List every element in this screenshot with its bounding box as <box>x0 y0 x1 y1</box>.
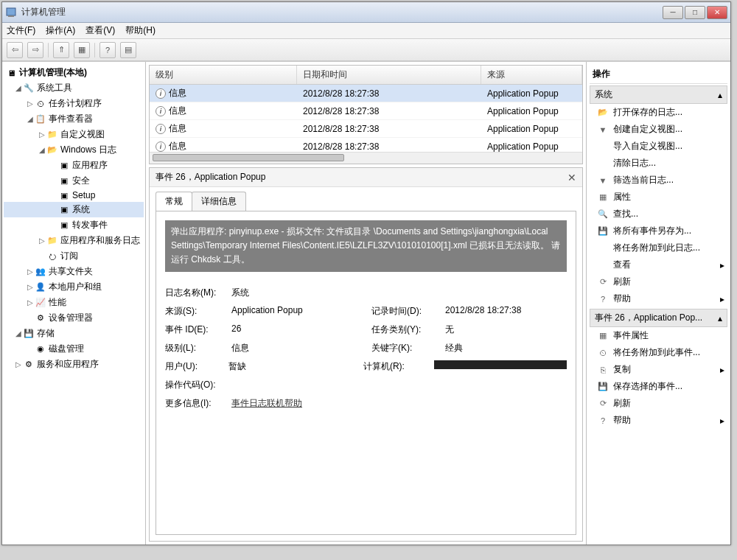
more-info-link[interactable]: 事件日志联机帮助 <box>231 397 371 410</box>
col-level[interactable]: 级别 <box>150 66 297 84</box>
log-name-label: 日志名称(M): <box>165 287 231 299</box>
app-icon <box>5 7 17 18</box>
action-create-custom-view[interactable]: ▼创建自定义视图... <box>590 121 727 138</box>
event-message[interactable]: 弹出应用程序: pinyinup.exe - 损坏文件: 文件或目录 \Docu… <box>165 220 567 272</box>
expand-icon[interactable]: ▷ <box>38 130 46 139</box>
tree-performance[interactable]: ▷📈性能 <box>4 295 144 310</box>
share-icon: 👥 <box>35 267 46 277</box>
minimize-button[interactable]: ─ <box>663 6 683 19</box>
expand-icon[interactable]: ▷ <box>26 283 35 291</box>
find-icon: 🔍 <box>597 209 609 220</box>
collapse-icon[interactable]: ◢ <box>38 146 46 154</box>
show-hide-tree-button[interactable]: ▦ <box>74 42 90 58</box>
action-save-selected[interactable]: 💾保存选择的事件... <box>590 378 727 395</box>
action-filter-log[interactable]: ▼筛选当前日志... <box>590 172 727 189</box>
actions-section-system[interactable]: 系统▴ <box>590 85 727 104</box>
tree-application-log[interactable]: ▣应用程序 <box>4 158 144 173</box>
log-name-value: 系统 <box>231 287 371 299</box>
tree-security-log[interactable]: ▣安全 <box>4 173 144 189</box>
filter-icon: ▼ <box>597 175 609 186</box>
menu-file[interactable]: 文件(F) <box>7 24 35 37</box>
menu-help[interactable]: 帮助(H) <box>125 24 156 37</box>
action-copy[interactable]: ⎘复制▸ <box>590 361 727 378</box>
col-source[interactable]: 来源 <box>481 66 582 84</box>
action-help-2[interactable]: ?帮助▸ <box>590 412 727 429</box>
tree-shared-folders[interactable]: ▷👥共享文件夹 <box>4 264 144 279</box>
action-save-all-events[interactable]: 💾将所有事件另存为... <box>590 223 727 239</box>
action-view[interactable]: 查看▸ <box>590 256 727 273</box>
action-clear-log[interactable]: 清除日志... <box>590 155 727 172</box>
tree-event-viewer[interactable]: ◢📋事件查看器 <box>4 111 144 127</box>
menu-view[interactable]: 查看(V) <box>85 24 115 37</box>
tree-system-tools[interactable]: ◢🔧系统工具 <box>4 80 144 96</box>
folder-icon: 📂 <box>46 145 58 155</box>
tree-custom-views[interactable]: ▷📁自定义视图 <box>4 127 144 142</box>
scrollbar-thumb[interactable] <box>153 154 344 161</box>
action-refresh[interactable]: ⟳刷新 <box>590 273 727 290</box>
action-properties[interactable]: ▦属性 <box>590 189 727 206</box>
action-refresh-2[interactable]: ⟳刷新 <box>590 395 727 412</box>
log-icon: ▣ <box>58 176 70 186</box>
detail-titlebar: 事件 26，Application Popup ✕ <box>150 168 582 187</box>
window-title: 计算机管理 <box>21 6 663 18</box>
back-button[interactable]: ⇦ <box>7 42 23 58</box>
expand-icon[interactable]: ▷ <box>26 298 35 307</box>
col-datetime[interactable]: 日期和时间 <box>297 66 481 84</box>
separator <box>48 43 49 57</box>
collapse-icon[interactable]: ◢ <box>14 329 23 337</box>
grid-header: 级别 日期和时间 来源 <box>150 66 582 85</box>
menu-action[interactable]: 操作(A) <box>46 24 75 37</box>
event-grid: 级别 日期和时间 来源 i信息2012/8/28 18:27:38Applica… <box>149 65 583 164</box>
event-id-label: 事件 ID(E): <box>165 323 231 336</box>
action-import-custom-view[interactable]: 导入自定义视图... <box>590 138 727 155</box>
properties-icon: ▦ <box>597 330 609 342</box>
clock-icon: ⏲ <box>35 99 46 109</box>
expand-icon[interactable]: ▷ <box>14 360 23 368</box>
tree-setup-log[interactable]: ▣Setup <box>4 189 144 202</box>
close-detail-button[interactable]: ✕ <box>567 172 576 183</box>
grid-row[interactable]: i信息2012/8/28 18:27:38Application Popup <box>150 138 582 152</box>
tree-services-apps[interactable]: ▷⚙服务和应用程序 <box>4 357 144 372</box>
folder-icon: 📁 <box>46 236 58 246</box>
action-attach-task-log[interactable]: 将任务附加到此日志... <box>590 239 727 256</box>
action-event-properties[interactable]: ▦事件属性 <box>590 327 727 344</box>
device-icon: ⚙ <box>35 313 46 323</box>
tree-system-log[interactable]: ▣系统 <box>4 202 144 217</box>
expand-icon[interactable]: ▷ <box>38 237 46 245</box>
maximize-button[interactable]: □ <box>685 6 705 19</box>
tree-local-users[interactable]: ▷👤本地用户和组 <box>4 279 144 295</box>
grid-row[interactable]: i信息2012/8/28 18:27:38Application Popup <box>150 102 582 120</box>
tree-app-service-logs[interactable]: ▷📁应用程序和服务日志 <box>4 233 144 248</box>
forward-button[interactable]: ⇨ <box>27 42 43 58</box>
action-help[interactable]: ?帮助▸ <box>590 290 727 307</box>
close-button[interactable]: ✕ <box>707 6 727 19</box>
up-button[interactable]: ⇑ <box>53 42 69 58</box>
tree-task-scheduler[interactable]: ▷⏲任务计划程序 <box>4 96 144 111</box>
tree-subscriptions[interactable]: ⭮订阅 <box>4 248 144 264</box>
submenu-icon: ▸ <box>720 294 724 304</box>
grid-row[interactable]: i信息2012/8/28 18:27:38Application Popup <box>150 85 582 102</box>
tree-root[interactable]: 🖥计算机管理(本地) <box>4 65 144 80</box>
tree-forwarded-events[interactable]: ▣转发事件 <box>4 217 144 233</box>
collapse-icon[interactable]: ◢ <box>14 84 23 92</box>
tree-device-manager[interactable]: ⚙设备管理器 <box>4 310 144 326</box>
horizontal-scrollbar[interactable] <box>150 152 582 164</box>
tree-windows-logs[interactable]: ◢📂Windows 日志 <box>4 142 144 158</box>
action-attach-task-event[interactable]: ⏲将任务附加到此事件... <box>590 344 727 361</box>
grid-body[interactable]: i信息2012/8/28 18:27:38Application Popupi信… <box>150 85 582 152</box>
subscription-icon: ⭮ <box>46 251 58 262</box>
action-open-saved-log[interactable]: 📂打开保存的日志... <box>590 104 727 121</box>
expand-icon[interactable]: ▷ <box>26 99 35 108</box>
grid-row[interactable]: i信息2012/8/28 18:27:38Application Popup <box>150 120 582 138</box>
info-icon: i <box>156 141 166 152</box>
properties-button[interactable]: ▤ <box>120 42 136 58</box>
tree-storage[interactable]: ◢💾存储 <box>4 326 144 341</box>
tree-disk-management[interactable]: ◉磁盘管理 <box>4 341 144 357</box>
tab-details[interactable]: 详细信息 <box>192 192 246 211</box>
actions-section-event[interactable]: 事件 26，Application Pop...▴ <box>590 309 727 327</box>
help-button[interactable]: ? <box>99 42 116 58</box>
collapse-icon[interactable]: ◢ <box>26 115 35 123</box>
expand-icon[interactable]: ▷ <box>26 267 35 276</box>
tab-general[interactable]: 常规 <box>156 192 192 211</box>
action-find[interactable]: 🔍查找... <box>590 206 727 223</box>
